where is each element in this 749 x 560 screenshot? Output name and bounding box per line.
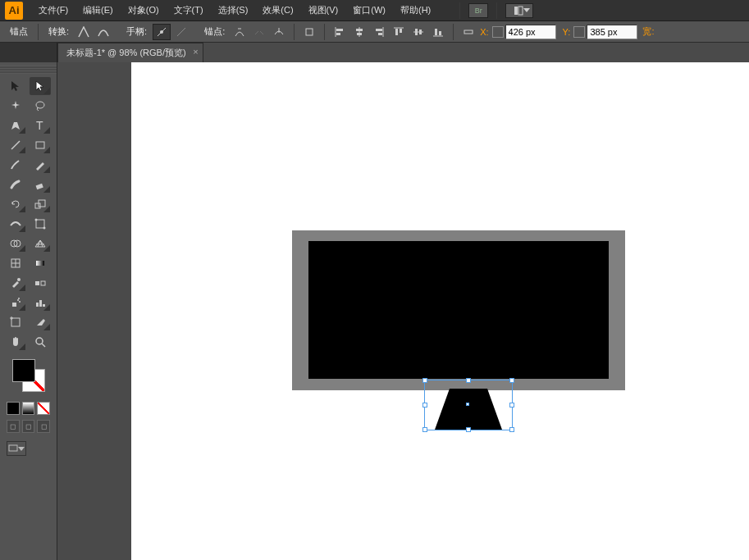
lasso-tool[interactable] — [30, 97, 51, 115]
arrange-documents-button[interactable] — [505, 3, 533, 18]
x-input[interactable] — [505, 25, 556, 39]
svg-rect-9 — [336, 29, 343, 31]
svg-rect-15 — [376, 29, 382, 31]
menu-divider — [496, 2, 497, 19]
perspective-grid-tool[interactable] — [30, 234, 51, 253]
svg-rect-44 — [35, 281, 39, 285]
zoom-tool[interactable] — [30, 333, 51, 351]
selection-handle-mr[interactable] — [509, 403, 514, 407]
symbol-sprayer-tool[interactable] — [5, 294, 26, 312]
link-xy-icon[interactable] — [492, 26, 504, 38]
svg-point-36 — [43, 227, 45, 230]
svg-line-4 — [177, 28, 185, 36]
eyedropper-tool[interactable] — [5, 274, 26, 292]
artwork-monitor-screen[interactable] — [308, 241, 609, 379]
menu-select[interactable]: 选择(S) — [211, 0, 256, 20]
width-label: 宽: — [637, 25, 654, 38]
type-tool[interactable]: T — [30, 116, 51, 134]
align-bottom-button[interactable] — [429, 24, 447, 40]
app-logo: Ai — [5, 2, 23, 20]
cut-path-button[interactable] — [270, 24, 288, 40]
color-mode-gradient[interactable] — [22, 402, 35, 415]
pencil-tool[interactable] — [30, 156, 51, 174]
canvas[interactable] — [131, 62, 749, 560]
shape-builder-tool[interactable] — [5, 234, 26, 253]
menu-file[interactable]: 文件(F) — [31, 0, 75, 20]
dropdown-icon — [523, 8, 530, 12]
panel-tab-stub — [0, 43, 57, 62]
bridge-button[interactable]: Br — [468, 3, 488, 18]
mesh-tool[interactable] — [5, 254, 26, 272]
align-right-button[interactable] — [370, 24, 388, 40]
hand-tool[interactable] — [5, 333, 26, 351]
menu-object[interactable]: 对象(O) — [121, 0, 167, 20]
blob-brush-tool[interactable] — [5, 175, 26, 193]
svg-rect-51 — [39, 300, 42, 307]
svg-point-48 — [19, 301, 21, 303]
selection-tool[interactable] — [5, 77, 26, 95]
menu-type[interactable]: 文字(T) — [167, 0, 211, 20]
link-xy-icon2[interactable] — [573, 26, 585, 38]
line-tool[interactable] — [5, 136, 26, 154]
rotate-tool[interactable] — [5, 195, 26, 213]
anchor2-label: 锚点: — [199, 25, 230, 38]
isolate-button[interactable] — [300, 24, 318, 40]
pen-tool[interactable] — [5, 116, 26, 134]
free-transform-tool[interactable] — [30, 215, 51, 233]
menu-help[interactable]: 帮助(H) — [393, 0, 438, 20]
document-tab[interactable]: 未标题-1* @ 98% (RGB/预览) × — [57, 43, 203, 62]
svg-rect-13 — [357, 33, 362, 35]
close-tab-button[interactable]: × — [193, 47, 198, 57]
dropdown-icon — [18, 447, 25, 451]
svg-rect-16 — [378, 33, 382, 35]
blend-tool[interactable] — [30, 274, 51, 292]
menu-edit[interactable]: 编辑(E) — [75, 0, 121, 20]
color-mode-none[interactable] — [37, 402, 50, 415]
column-graph-tool[interactable] — [30, 294, 51, 312]
gradient-tool[interactable] — [30, 254, 51, 272]
svg-rect-12 — [356, 29, 363, 31]
svg-point-43 — [17, 278, 21, 281]
draw-behind-button[interactable]: ◻ — [22, 420, 35, 433]
slice-tool[interactable] — [30, 313, 51, 331]
selection-handle-ml[interactable] — [422, 403, 427, 407]
paintbrush-tool[interactable] — [5, 156, 26, 174]
connect-anchor-button[interactable] — [250, 24, 268, 40]
fill-swatch[interactable] — [12, 359, 35, 382]
width-tool[interactable] — [5, 215, 26, 233]
align-left-button[interactable] — [331, 24, 349, 40]
svg-rect-19 — [400, 29, 402, 33]
menu-effect[interactable]: 效果(C) — [255, 0, 300, 20]
rectangle-tool[interactable] — [30, 136, 51, 154]
menu-view[interactable]: 视图(V) — [301, 0, 346, 20]
screen-mode-button[interactable] — [7, 441, 26, 456]
align-top-button[interactable] — [390, 24, 408, 40]
draw-normal-button[interactable]: ◻ — [7, 420, 20, 433]
convert-label: 转换: — [43, 25, 74, 38]
magic-wand-tool[interactable] — [5, 97, 26, 115]
artboard-tool[interactable] — [5, 313, 26, 331]
convert-smooth-button[interactable] — [94, 24, 112, 40]
handle-hide-button[interactable] — [172, 24, 190, 40]
align-vcenter-button[interactable] — [409, 24, 427, 40]
svg-text:T: T — [36, 119, 43, 132]
selection-handle-br[interactable] — [509, 427, 514, 432]
svg-rect-53 — [11, 318, 20, 326]
draw-inside-button[interactable]: ◻ — [37, 420, 50, 433]
artwork-trapezoid[interactable] — [435, 389, 502, 430]
transform-button[interactable] — [459, 24, 477, 40]
selection-handle-bl[interactable] — [422, 427, 427, 432]
convert-corner-button[interactable] — [75, 24, 93, 40]
scale-tool[interactable] — [30, 195, 51, 213]
handle-show-button[interactable] — [153, 24, 171, 40]
toolbox-grip[interactable] — [0, 66, 57, 74]
direct-selection-tool[interactable] — [30, 77, 51, 95]
svg-line-3 — [158, 28, 166, 36]
remove-anchor-button[interactable] — [231, 24, 249, 40]
align-hcenter-button[interactable] — [350, 24, 368, 40]
y-input[interactable] — [587, 25, 637, 39]
eraser-tool[interactable] — [30, 175, 51, 193]
color-mode-solid[interactable] — [7, 402, 20, 415]
menu-window[interactable]: 窗口(W) — [345, 0, 393, 20]
svg-point-49 — [18, 298, 20, 299]
